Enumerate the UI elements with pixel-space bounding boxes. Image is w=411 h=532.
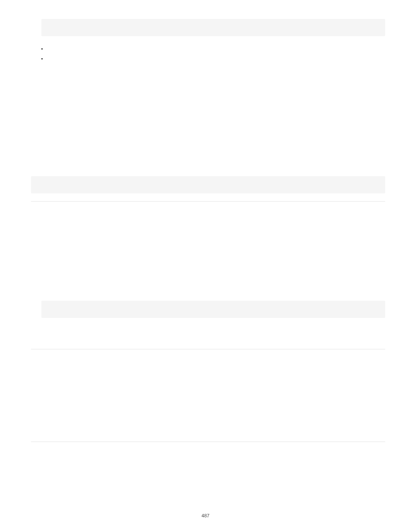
spacer (31, 326, 385, 343)
code-block-1 (41, 19, 385, 36)
spacer (31, 64, 385, 159)
list-item (47, 44, 385, 54)
spacer (31, 296, 385, 301)
list-item (47, 54, 385, 64)
page: 487 (0, 0, 411, 532)
spacer (31, 349, 385, 436)
spacer (31, 159, 385, 176)
bullet-list (41, 44, 385, 64)
code-block-3 (41, 301, 385, 318)
code-block-2 (31, 176, 385, 193)
page-number: 487 (0, 513, 411, 518)
divider (31, 442, 385, 442)
spacer (31, 202, 385, 296)
